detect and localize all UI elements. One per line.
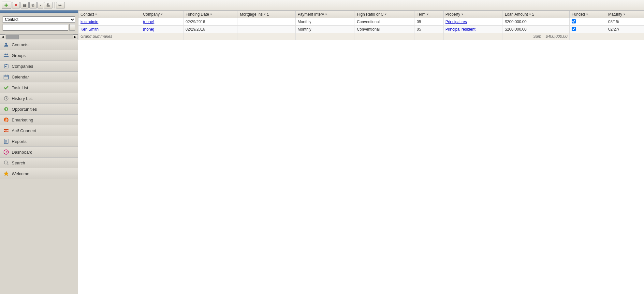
payment-interv-cell: Monthly	[296, 18, 355, 26]
sidebar-item-emarketing[interactable]: @Emarketing	[0, 115, 78, 125]
sidebar-item-history-list[interactable]: History List	[0, 93, 78, 104]
sidebar-item-task-list[interactable]: Task List	[0, 82, 78, 93]
col-header-contact[interactable]: Contact▼	[79, 11, 141, 18]
svg-point-26	[4, 161, 7, 164]
contacts-table: Contact▼Company▼Funding Date▼Mortgage In…	[78, 10, 644, 40]
filter-icon-funding_date[interactable]: ▼	[210, 13, 212, 16]
filter-icon-term[interactable]: ▼	[426, 13, 429, 16]
contact-cell-link[interactable]: koc admin	[80, 20, 98, 24]
mortgage-ins-cell	[238, 18, 295, 26]
contact-field-select[interactable]: Contact	[3, 16, 75, 23]
company-cell[interactable]: (none)	[141, 18, 183, 26]
grand-summary-company	[141, 33, 183, 40]
sidebar-item-label-calendar: Calendar	[12, 75, 29, 79]
dashboard-icon	[3, 149, 9, 155]
col-header-mortgage_ins[interactable]: Mortgage Ins▼Σ	[238, 11, 295, 18]
sidebar-item-companies[interactable]: Companies	[0, 61, 78, 72]
property-cell[interactable]: Principal res	[443, 18, 503, 26]
sidebar-item-reports[interactable]: Reports	[0, 136, 78, 147]
sidebar: Contact ◀ ▶ Con	[0, 10, 78, 294]
contact-cell-link[interactable]: Ken Smith	[80, 27, 98, 32]
funded-checkbox[interactable]	[572, 19, 576, 23]
add-button[interactable]: ✚	[2, 2, 11, 9]
go-button[interactable]	[69, 24, 75, 31]
svg-rect-7	[4, 75, 8, 79]
col-header-high_ratio[interactable]: High Ratio or C▼	[355, 11, 415, 18]
funded-checkbox[interactable]	[572, 27, 576, 31]
sigma-icon-mortgage_ins: Σ	[267, 13, 269, 16]
sidebar-item-contacts[interactable]: Contacts	[0, 39, 78, 50]
funded-cell[interactable]	[570, 18, 606, 26]
copy-button[interactable]: ⧉	[29, 2, 37, 8]
company-cell[interactable]: (none)	[141, 26, 183, 33]
person-icon	[3, 42, 9, 48]
term-cell: 05	[415, 26, 443, 33]
sidebar-item-opportunities[interactable]: $Opportunities	[0, 104, 78, 115]
sidebar-item-act-connect[interactable]: ACT!Act! Connect	[0, 125, 78, 136]
filter-icon-funded[interactable]: ▼	[586, 13, 589, 16]
table-header-row: Contact▼Company▼Funding Date▼Mortgage In…	[79, 11, 644, 18]
delete-button[interactable]: ✕	[12, 2, 20, 8]
col-label-maturity: Maturity	[608, 12, 622, 17]
group-icon	[3, 52, 9, 58]
opportunities-icon: $	[3, 106, 9, 112]
filter-icon-loan_amount[interactable]: ▼	[529, 13, 532, 16]
print-button[interactable]: 🖶	[44, 2, 52, 8]
filter-icon-company[interactable]: ▼	[160, 13, 163, 16]
grand-summary-maturity	[606, 33, 644, 40]
calendar-icon	[3, 74, 9, 80]
emarketing-icon: @	[3, 117, 9, 123]
col-header-company[interactable]: Company▼	[141, 11, 183, 18]
sidebar-item-dashboard[interactable]: Dashboard	[0, 147, 78, 158]
sidebar-item-groups[interactable]: Groups	[0, 50, 78, 61]
sidebar-item-search[interactable]: Search	[0, 158, 78, 168]
funded-cell[interactable]	[570, 26, 606, 33]
chart-icon: ▦	[23, 3, 26, 7]
high-ratio-cell: Conventional	[355, 18, 415, 26]
col-header-loan_amount[interactable]: Loan Amount▼Σ	[503, 11, 570, 18]
filter-icon-mortgage_ins[interactable]: ▼	[263, 13, 266, 16]
contact-cell[interactable]: Ken Smith	[79, 26, 141, 33]
col-header-maturity[interactable]: Maturity▼	[606, 11, 644, 18]
scroll-left-btn[interactable]: ◀	[0, 35, 5, 40]
col-header-payment_interv[interactable]: Payment Interv▼	[296, 11, 355, 18]
sidebar-item-label-welcome: Welcome	[12, 171, 29, 176]
history-icon	[3, 95, 9, 101]
col-header-funded[interactable]: Funded▼	[570, 11, 606, 18]
filter-icon-high_ratio[interactable]: ▼	[384, 13, 387, 16]
group-button[interactable]: ↦	[56, 2, 65, 8]
filter-icon-payment_interv[interactable]: ▼	[325, 13, 328, 16]
svg-marker-28	[4, 171, 8, 176]
maturity-cell: 03/15/	[606, 18, 644, 26]
scroll-track[interactable]	[5, 35, 73, 40]
svg-rect-4	[5, 66, 6, 67]
options-button[interactable]: -	[37, 2, 43, 8]
company-cell-link[interactable]: (none)	[143, 27, 154, 32]
company-cell-link[interactable]: (none)	[143, 20, 154, 24]
contact-cell[interactable]: koc admin	[79, 18, 141, 26]
table-row: koc admin(none)02/29/2016MonthlyConventi…	[79, 18, 644, 26]
col-header-property[interactable]: Property▼	[443, 11, 503, 18]
property-cell-link[interactable]: Principal resident	[446, 27, 476, 32]
filter-icon-property[interactable]: ▼	[461, 13, 464, 16]
sidebar-item-label-history-list: History List	[12, 96, 33, 101]
horizontal-scrollbar[interactable]: ◀ ▶	[0, 34, 78, 39]
col-header-term[interactable]: Term▼	[415, 11, 443, 18]
col-label-contact: Contact	[80, 12, 94, 17]
property-cell-link[interactable]: Principal res	[446, 20, 467, 24]
grand-summary-payment_interv	[296, 33, 355, 40]
chart-button[interactable]: ▦	[21, 2, 29, 8]
col-label-company: Company	[143, 12, 160, 17]
scroll-right-btn[interactable]: ▶	[73, 35, 78, 40]
sidebar-item-label-opportunities: Opportunities	[12, 107, 37, 112]
sidebar-item-welcome[interactable]: Welcome	[0, 168, 78, 179]
contains-input[interactable]	[3, 24, 68, 31]
property-cell[interactable]: Principal resident	[443, 26, 503, 33]
grand-summary-funding_date	[183, 33, 238, 40]
sidebar-item-calendar[interactable]: Calendar	[0, 72, 78, 82]
data-grid: Contact▼Company▼Funding Date▼Mortgage In…	[78, 10, 644, 294]
col-header-funding_date[interactable]: Funding Date▼	[183, 11, 238, 18]
filter-icon-maturity[interactable]: ▼	[623, 13, 626, 16]
svg-rect-6	[6, 64, 7, 65]
filter-icon-contact[interactable]: ▼	[95, 13, 97, 16]
